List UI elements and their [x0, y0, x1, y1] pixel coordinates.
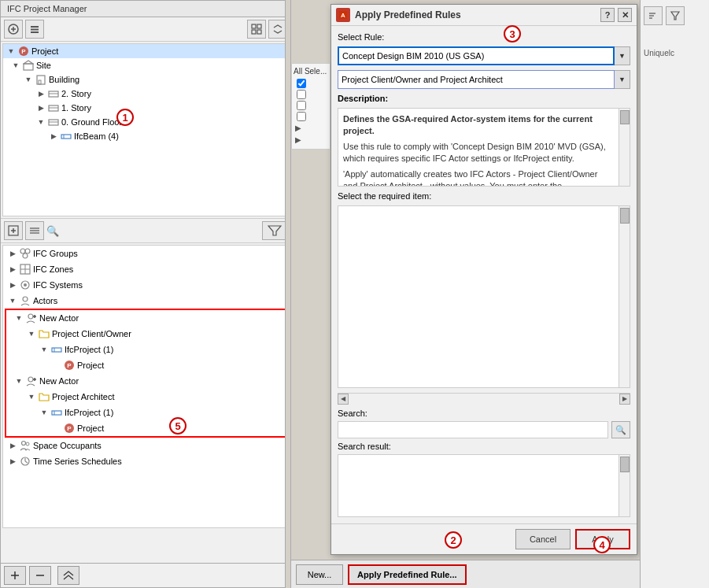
- search-input[interactable]: [338, 421, 608, 438]
- bottom-tree[interactable]: ▶ IFC Groups ▶ IFC Zones ▶ IFC Systems ▼: [2, 245, 289, 528]
- project-2-label: Project: [77, 423, 104, 433]
- tree-item-story1[interactable]: ▶ 1. Story: [3, 101, 288, 115]
- building-label: Building: [49, 75, 79, 84]
- space-occupants-item[interactable]: ▶ Space Occupants: [3, 438, 288, 453]
- checkbox-2[interactable]: [297, 90, 306, 99]
- svg-rect-8: [252, 30, 256, 34]
- folder-icon: [38, 390, 50, 403]
- ifcproject-1-item[interactable]: ▼ IfcProject (1): [6, 342, 285, 357]
- close-button[interactable]: ✕: [618, 8, 632, 22]
- time-series-item[interactable]: ▶ Time Series Schedules: [3, 453, 288, 469]
- rule-dropdown[interactable]: Concept Design BIM 2010 (US GSA)Another …: [338, 46, 615, 65]
- description-scrollbar[interactable]: [619, 109, 630, 186]
- expand-icon[interactable]: ▶: [6, 281, 19, 289]
- proj-architect-item[interactable]: ▼ Project Architect: [6, 389, 285, 405]
- project-label: Project: [31, 46, 58, 56]
- cb-row-2: [294, 89, 328, 100]
- search-result-label: Search result:: [338, 442, 630, 451]
- filter-btn[interactable]: [262, 221, 287, 240]
- proj-client-owner-item[interactable]: ▼ Project Client/Owner: [6, 326, 285, 342]
- add2-btn[interactable]: [4, 221, 23, 240]
- expand-icon[interactable]: ▼: [35, 118, 47, 126]
- tree-item-building[interactable]: ▼ Building: [3, 72, 288, 87]
- right-filter-btn[interactable]: [666, 6, 685, 25]
- remove-item-btn[interactable]: [29, 566, 51, 585]
- expand-icon[interactable]: ▶: [47, 132, 60, 140]
- new-actor-1-item[interactable]: ▼ New Actor: [6, 310, 285, 326]
- ifc-groups-item[interactable]: ▶ IFC Groups: [3, 246, 288, 261]
- tree-item-story2[interactable]: ▶ 2. Story: [3, 87, 288, 101]
- search-go-btn[interactable]: 🔍: [611, 421, 630, 438]
- rule-dropdown-arrow[interactable]: ▼: [615, 46, 630, 65]
- building-icon: [35, 73, 47, 86]
- tree-item-project[interactable]: ▼ P Project: [3, 44, 288, 58]
- move-item-btn[interactable]: [57, 566, 79, 585]
- ifc-zones-item[interactable]: ▶ IFC Zones: [3, 261, 288, 277]
- add-toolbar-btn[interactable]: [4, 20, 23, 39]
- apply-predefined-button[interactable]: Apply Predefined Rule...: [348, 564, 467, 585]
- expand-icon[interactable]: ▼: [6, 297, 19, 305]
- checkbox-3[interactable]: [297, 101, 306, 110]
- expand-icon[interactable]: ▼: [38, 409, 50, 416]
- ifc-systems-item[interactable]: ▶ IFC Systems: [3, 277, 288, 293]
- svg-rect-50: [52, 411, 61, 415]
- result-vscrollbar[interactable]: [619, 455, 630, 516]
- svg-rect-6: [252, 24, 256, 28]
- expand-icon[interactable]: ▶: [6, 442, 19, 449]
- cancel-button[interactable]: Cancel: [515, 529, 571, 549]
- occupants-icon: [19, 439, 31, 452]
- project-tree[interactable]: ▼ P Project ▼ Site ▼ Building ▶ 2.: [2, 43, 289, 216]
- add-item-btn[interactable]: [4, 566, 26, 585]
- grid-toolbar-btn[interactable]: [247, 20, 266, 39]
- list-area[interactable]: [338, 205, 630, 388]
- space-occupants-label: Space Occupants: [33, 441, 102, 450]
- dialog-footer: Cancel Apply: [331, 523, 637, 554]
- site-icon: [22, 59, 35, 72]
- secondary-dropdown[interactable]: Project Client/Owner and Project Archite…: [338, 70, 615, 89]
- expand-icon[interactable]: ▼: [9, 61, 22, 69]
- cb-row-1: [294, 78, 328, 89]
- checkbox-4[interactable]: [297, 112, 306, 121]
- search-result-area: [338, 454, 630, 517]
- expand-icon[interactable]: ▶: [6, 265, 19, 273]
- tree-item-site[interactable]: ▼ Site: [3, 58, 288, 72]
- project-1-label: Project: [77, 361, 104, 370]
- new-button[interactable]: New...: [296, 564, 343, 585]
- arrow-row2: ▶: [294, 134, 328, 146]
- expand-icon[interactable]: ▶: [6, 250, 19, 257]
- hscroll-right[interactable]: ▶: [619, 394, 630, 405]
- checkbox-1[interactable]: [297, 79, 306, 88]
- hscroll-left[interactable]: ◀: [338, 394, 349, 405]
- expand-icon[interactable]: ▼: [38, 346, 50, 353]
- search-btn[interactable]: 🔍: [46, 225, 59, 237]
- expand-icon[interactable]: ▶: [6, 457, 19, 465]
- ifcproject-2-item[interactable]: ▼ IfcProject (1): [6, 405, 285, 420]
- expand-icon[interactable]: ▼: [13, 377, 25, 385]
- expand-icon[interactable]: ▼: [22, 76, 35, 83]
- svg-point-33: [23, 253, 28, 258]
- new-actor-2-item[interactable]: ▼ New Actor: [6, 373, 285, 389]
- tree-item-ifcbeam[interactable]: ▶ IfcBeam (4): [3, 129, 288, 143]
- tree-item-ground[interactable]: ▼ 0. Ground Floor: [3, 115, 288, 129]
- project-icon: P: [17, 45, 30, 57]
- right-sort-btn[interactable]: [644, 6, 663, 25]
- groups-icon: [19, 247, 31, 260]
- expand-icon[interactable]: ▼: [25, 330, 38, 338]
- expand-icon[interactable]: ▶: [35, 104, 47, 112]
- list2-btn[interactable]: [25, 221, 44, 240]
- expand-icon[interactable]: ▶: [35, 90, 47, 98]
- view-toolbar-btn[interactable]: [25, 20, 44, 39]
- expand-icon[interactable]: ▼: [25, 393, 38, 401]
- list-vscrollbar[interactable]: [619, 206, 630, 387]
- project-2-item[interactable]: ▶ P Project: [6, 420, 285, 436]
- secondary-dropdown-arrow[interactable]: ▼: [615, 70, 630, 89]
- project-1-item[interactable]: ▶ P Project: [6, 357, 285, 373]
- ifcbeam-label: IfcBeam (4): [74, 131, 119, 141]
- actors-item[interactable]: ▼ Actors: [3, 293, 288, 309]
- expand-icon[interactable]: ▼: [13, 314, 25, 322]
- help-button[interactable]: ?: [600, 8, 615, 22]
- expand-icon[interactable]: ▼: [5, 47, 17, 55]
- panel-divider[interactable]: [285, 0, 291, 588]
- hscroll-bar: ◀ ▶: [338, 393, 630, 404]
- ifc-zones-label: IFC Zones: [33, 264, 73, 274]
